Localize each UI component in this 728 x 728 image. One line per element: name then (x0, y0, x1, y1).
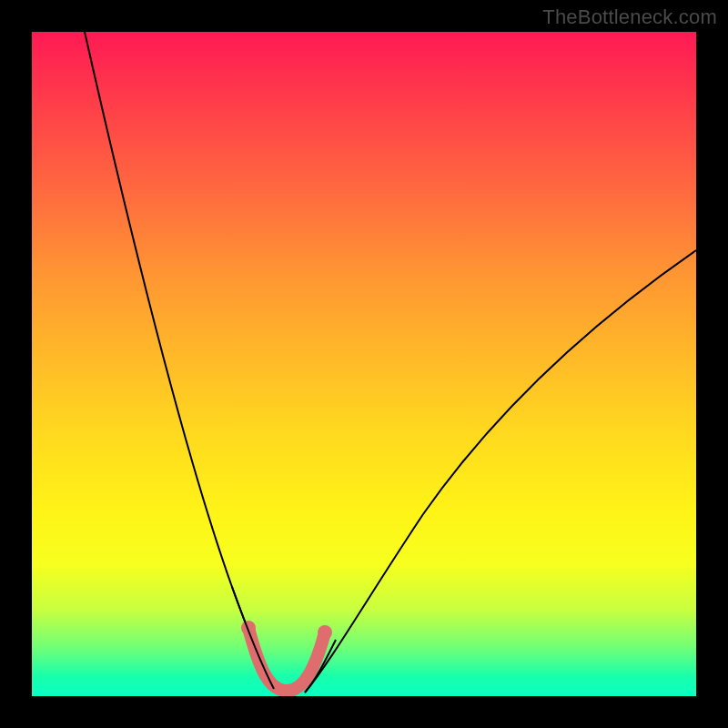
watermark-label: TheBottleneck.com (542, 5, 717, 29)
left-curve (85, 32, 274, 689)
chart-container: TheBottleneck.com (0, 0, 728, 728)
right-curve (305, 250, 696, 693)
curves-svg (32, 32, 696, 696)
marker-tip-right (318, 625, 332, 640)
gradient-plot-area (32, 32, 696, 696)
